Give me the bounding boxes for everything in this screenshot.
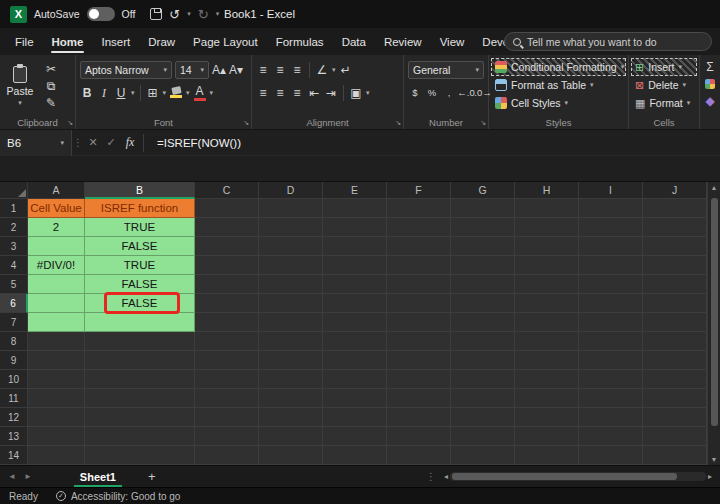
cell-I11[interactable]	[579, 389, 643, 408]
cell-A10[interactable]	[28, 370, 85, 389]
row-header-4[interactable]: 4	[0, 256, 28, 275]
shrink-font-icon[interactable]: A▾	[229, 64, 243, 76]
cell-J10[interactable]	[643, 370, 707, 389]
column-header-C[interactable]: C	[195, 182, 259, 199]
cell-A5[interactable]	[28, 275, 85, 294]
cell-G14[interactable]	[451, 446, 515, 465]
cell-I13[interactable]	[579, 427, 643, 446]
cell-I4[interactable]	[579, 256, 643, 275]
accessibility-status[interactable]: ✓ Accessibility: Good to go	[56, 491, 181, 502]
add-sheet-button[interactable]: +	[148, 469, 156, 484]
cell-D7[interactable]	[259, 313, 323, 332]
cell-H4[interactable]	[515, 256, 579, 275]
row-header-1[interactable]: 1	[0, 199, 28, 218]
row-header-10[interactable]: 10	[0, 370, 28, 389]
cell-H14[interactable]	[515, 446, 579, 465]
cell-F13[interactable]	[387, 427, 451, 446]
cell-F12[interactable]	[387, 408, 451, 427]
cell-G8[interactable]	[451, 332, 515, 351]
ribbon-tab-data[interactable]: Data	[333, 28, 375, 55]
cell-F5[interactable]	[387, 275, 451, 294]
cell-B3[interactable]: FALSE	[85, 237, 195, 256]
row-header-2[interactable]: 2	[0, 218, 28, 237]
cell-I7[interactable]	[579, 313, 643, 332]
cell-H10[interactable]	[515, 370, 579, 389]
cell-H7[interactable]	[515, 313, 579, 332]
cell-J8[interactable]	[643, 332, 707, 351]
formula-input[interactable]: =ISREF(NOW())	[157, 137, 241, 149]
cell-C2[interactable]	[195, 218, 259, 237]
status-ready[interactable]: Ready	[9, 491, 38, 502]
merge-center-icon[interactable]: ▣	[349, 87, 363, 99]
cell-C13[interactable]	[195, 427, 259, 446]
column-header-G[interactable]: G	[451, 182, 515, 199]
cell-B14[interactable]	[85, 446, 195, 465]
bold-button[interactable]: B	[80, 87, 94, 99]
cell-G10[interactable]	[451, 370, 515, 389]
row-header-9[interactable]: 9	[0, 351, 28, 370]
cell-G3[interactable]	[451, 237, 515, 256]
clipboard-dialog-launcher-icon[interactable]: ↘	[67, 119, 73, 127]
formula-bar-handle[interactable]: ⋮	[72, 137, 84, 148]
cell-C6[interactable]	[195, 294, 259, 313]
row-header-12[interactable]: 12	[0, 408, 28, 427]
column-header-J[interactable]: J	[643, 182, 707, 199]
scroll-right-icon[interactable]: ▸	[708, 472, 712, 481]
font-color-dropdown-icon[interactable]: ▾	[210, 89, 214, 97]
cell-J14[interactable]	[643, 446, 707, 465]
cell-G12[interactable]	[451, 408, 515, 427]
cell-A1[interactable]: Cell Value	[28, 199, 85, 218]
cell-G4[interactable]	[451, 256, 515, 275]
cell-J1[interactable]	[643, 199, 707, 218]
cell-G1[interactable]	[451, 199, 515, 218]
cell-F7[interactable]	[387, 313, 451, 332]
cell-D5[interactable]	[259, 275, 323, 294]
row-header-8[interactable]: 8	[0, 332, 28, 351]
scroll-up-icon[interactable]: ▲	[711, 184, 718, 191]
cell-I1[interactable]	[579, 199, 643, 218]
cell-A14[interactable]	[28, 446, 85, 465]
copy-icon[interactable]: ⧉	[44, 80, 58, 92]
number-format-icon-4[interactable]: .0→	[476, 88, 490, 98]
row-header-14[interactable]: 14	[0, 446, 28, 465]
cell-F11[interactable]	[387, 389, 451, 408]
increase-indent-icon[interactable]: ⇥	[324, 87, 338, 99]
cell-C10[interactable]	[195, 370, 259, 389]
cell-D13[interactable]	[259, 427, 323, 446]
cell-F6[interactable]	[387, 294, 451, 313]
partial-colored-icon[interactable]	[705, 79, 715, 89]
cell-I5[interactable]	[579, 275, 643, 294]
cell-E2[interactable]	[323, 218, 387, 237]
undo-icon[interactable]: ↺	[169, 8, 180, 21]
wrap-text-icon[interactable]: ↵	[339, 64, 353, 76]
column-header-B[interactable]: B	[85, 182, 195, 199]
number-format-icon-0[interactable]: $	[408, 88, 422, 98]
cell-F9[interactable]	[387, 351, 451, 370]
cell-B12[interactable]	[85, 408, 195, 427]
row-header-5[interactable]: 5	[0, 275, 28, 294]
cell-J11[interactable]	[643, 389, 707, 408]
cell-H3[interactable]	[515, 237, 579, 256]
vertical-scroll-thumb[interactable]	[711, 198, 718, 426]
cell-J4[interactable]	[643, 256, 707, 275]
cell-A12[interactable]	[28, 408, 85, 427]
cell-D2[interactable]	[259, 218, 323, 237]
insert-cells-button[interactable]: ⊞ Insert ▾	[631, 58, 697, 76]
cell-I14[interactable]	[579, 446, 643, 465]
cell-A13[interactable]	[28, 427, 85, 446]
cell-A7[interactable]	[28, 313, 85, 332]
sheetbar-resize-handle[interactable]: ⋮	[426, 471, 436, 482]
grow-font-icon[interactable]: A▴	[212, 64, 226, 76]
cell-C5[interactable]	[195, 275, 259, 294]
number-format-select[interactable]: General▾	[408, 61, 484, 79]
ribbon-tab-view[interactable]: View	[431, 28, 474, 55]
scroll-down-icon[interactable]: ▼	[711, 456, 718, 463]
scroll-left-icon[interactable]: ◂	[444, 472, 448, 481]
cell-H2[interactable]	[515, 218, 579, 237]
number-dialog-launcher-icon[interactable]: ↘	[480, 119, 486, 127]
cell-F10[interactable]	[387, 370, 451, 389]
cell-A6[interactable]	[28, 294, 85, 313]
autosave-toggle[interactable]	[87, 7, 115, 21]
align-left-icon[interactable]: ≡	[256, 87, 270, 99]
align-center-icon[interactable]: ≡	[273, 87, 287, 99]
